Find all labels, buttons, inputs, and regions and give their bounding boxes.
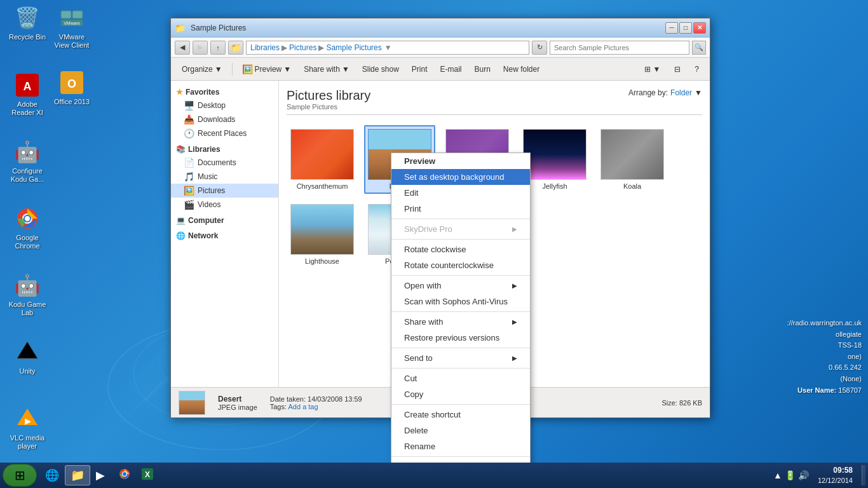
status-filetype: JPEG image <box>218 403 257 411</box>
ctx-copy[interactable]: Copy <box>391 386 530 402</box>
libraries-header[interactable]: 📚 Libraries <box>171 143 278 156</box>
search-button[interactable]: 🔍 <box>692 41 706 55</box>
ctx-edit[interactable]: Edit <box>391 185 530 201</box>
taskbar-app-excel[interactable]: X <box>136 465 159 485</box>
jellyfish-image <box>523 129 587 180</box>
desktop-icon-office[interactable]: O Office 2013 <box>50 67 94 109</box>
nav-item-documents[interactable]: 📄 Documents <box>171 156 278 170</box>
thumbnail-lighthouse[interactable]: Lighthouse <box>287 200 358 269</box>
ctx-rotate-ccw[interactable]: Rotate counterclockwise <box>391 257 530 273</box>
print-button[interactable]: Print <box>406 61 433 78</box>
ctx-restore-prev[interactable]: Restore previous versions <box>391 330 530 346</box>
ctx-rename[interactable]: Rename <box>391 438 530 454</box>
clock[interactable]: 09:58 12/12/2014 <box>814 465 857 485</box>
desktop-icon-recycle-bin[interactable]: 🗑️ Recycle Bin <box>5 3 50 44</box>
organize-button[interactable]: Organize ▼ <box>176 61 228 78</box>
slide-show-button[interactable]: Slide show <box>356 61 405 78</box>
taskbar-app-media-player[interactable]: ▶ <box>90 465 113 485</box>
share-with-button[interactable]: Share with ▼ <box>298 61 355 78</box>
nav-item-music[interactable]: 🎵 Music <box>171 170 278 184</box>
ctx-sep-6 <box>391 368 530 369</box>
nav-item-videos[interactable]: 🎬 Videos <box>171 198 278 212</box>
nav-item-recent-places[interactable]: 🕐 Recent Places <box>171 126 278 140</box>
ctx-sep-4 <box>391 311 530 312</box>
vmware-label: VMware View Client <box>52 33 92 50</box>
maximize-button[interactable]: □ <box>679 22 692 34</box>
ctx-create-shortcut[interactable]: Create shortcut <box>391 407 530 423</box>
ctx-print[interactable]: Print <box>391 201 530 217</box>
recycle-bin-icon: 🗑️ <box>15 5 40 30</box>
desktop-icon-configure-kodu[interactable]: 🤖 Configure Kodu Ga... <box>5 137 50 186</box>
help-button[interactable]: ? <box>689 61 705 78</box>
new-folder-button[interactable]: New folder <box>498 61 545 78</box>
ctx-delete[interactable]: Delete <box>391 423 530 438</box>
forward-button[interactable]: ▶ <box>193 41 208 55</box>
address-path[interactable]: Libraries ▶ Pictures ▶ Sample Pictures ▼ <box>246 41 529 55</box>
svg-rect-3 <box>61 11 71 18</box>
email-button[interactable]: E-mail <box>434 61 467 78</box>
clock-time: 09:58 <box>818 465 853 476</box>
folder-icon-btn[interactable]: 📁 <box>228 41 243 55</box>
details-pane-button[interactable]: ⊟ <box>668 61 686 78</box>
preview-button[interactable]: 🖼️ Preview ▼ <box>236 61 297 78</box>
ctx-preview[interactable]: Preview <box>391 153 530 169</box>
network-tray-icon[interactable]: ▲ <box>773 470 782 480</box>
thumbnail-chrysanthemum[interactable]: Chrysanthemum <box>287 125 358 194</box>
title-bar: 📁 Sample Pictures ─ □ ✕ <box>171 18 710 37</box>
nav-item-pictures[interactable]: 🖼️ Pictures <box>171 184 278 198</box>
up-button[interactable]: ↑ <box>210 41 226 55</box>
skydrive-arrow-icon: ▶ <box>512 226 517 233</box>
breadcrumb-libraries[interactable]: Libraries <box>250 43 280 52</box>
thumbnail-koala[interactable]: Koala <box>597 125 668 194</box>
desktop-nav-icon: 🖥️ <box>184 100 194 111</box>
ctx-send-to[interactable]: Send to ▶ <box>391 350 530 366</box>
desktop-icon-unity[interactable]: Unity <box>5 337 50 378</box>
network-section: 🌐 Network <box>171 229 278 242</box>
ctx-skydrive-pro[interactable]: SkyDrive Pro ▶ <box>391 221 530 237</box>
ie-icon: 🌐 <box>45 468 59 482</box>
breadcrumb-dropdown[interactable]: ▼ <box>384 43 392 52</box>
nav-item-downloads[interactable]: 📥 Downloads <box>171 112 278 126</box>
favorites-header[interactable]: ★ Favorites <box>171 86 278 98</box>
minimize-button[interactable]: ─ <box>665 22 678 34</box>
battery-tray-icon[interactable]: 🔋 <box>785 470 796 480</box>
ctx-open-with[interactable]: Open with ▶ <box>391 278 530 294</box>
refresh-button[interactable]: ↻ <box>532 41 547 55</box>
show-desktop-button[interactable] <box>862 465 865 485</box>
desktop-icon-vmware[interactable]: VMware VMware View Client <box>50 3 94 52</box>
arrange-dropdown-icon[interactable]: ▼ <box>695 88 702 97</box>
desktop-icon-adobe[interactable]: A Adobe Reader XI <box>5 70 50 119</box>
computer-header[interactable]: 💻 Computer <box>171 214 278 227</box>
ctx-cut[interactable]: Cut <box>391 370 530 386</box>
taskbar-app-explorer[interactable]: 📁 <box>65 465 90 485</box>
ctx-sep-1 <box>391 219 530 219</box>
nav-item-desktop[interactable]: 🖥️ Desktop <box>171 98 278 112</box>
ctx-set-desktop[interactable]: Set as desktop background <box>391 169 530 185</box>
desktop-icon-kodu-game-lab[interactable]: 🤖 Kodu Game Lab <box>5 270 50 320</box>
taskbar-app-ie[interactable]: 🌐 <box>39 465 65 485</box>
arrange-by-link[interactable]: Folder <box>670 88 692 97</box>
search-box[interactable] <box>550 41 689 55</box>
chrysanthemum-label: Chrysanthemum <box>297 182 348 190</box>
taskbar-app-chrome[interactable] <box>113 465 136 485</box>
ctx-share-with[interactable]: Share with ▶ <box>391 314 530 330</box>
ctx-rotate-cw[interactable]: Rotate clockwise <box>391 241 530 257</box>
breadcrumb-pictures[interactable]: Pictures <box>289 43 316 52</box>
desktop-icon-chrome[interactable]: Google Chrome <box>5 203 50 253</box>
network-header[interactable]: 🌐 Network <box>171 229 278 242</box>
volume-tray-icon[interactable]: 🔊 <box>798 470 809 480</box>
unity-label: Unity <box>19 367 35 376</box>
lighthouse-label: Lighthouse <box>305 257 339 265</box>
view-button[interactable]: ⊞▼ <box>639 61 666 78</box>
search-input[interactable] <box>554 44 685 51</box>
library-header: Pictures library Sample Pictures Arrange… <box>287 88 702 115</box>
ctx-scan-sophos[interactable]: Scan with Sophos Anti-Virus <box>391 294 530 309</box>
status-tags[interactable]: Add a tag <box>288 403 318 410</box>
desktop-icon-vlc[interactable]: ▶ VLC media player <box>5 403 50 453</box>
back-button[interactable]: ◀ <box>175 41 190 55</box>
start-button[interactable]: ⊞ <box>3 464 37 487</box>
breadcrumb-sample-pictures[interactable]: Sample Pictures <box>326 43 381 52</box>
close-button[interactable]: ✕ <box>693 22 706 34</box>
burn-button[interactable]: Burn <box>469 61 496 78</box>
clock-date: 12/12/2014 <box>818 476 853 485</box>
